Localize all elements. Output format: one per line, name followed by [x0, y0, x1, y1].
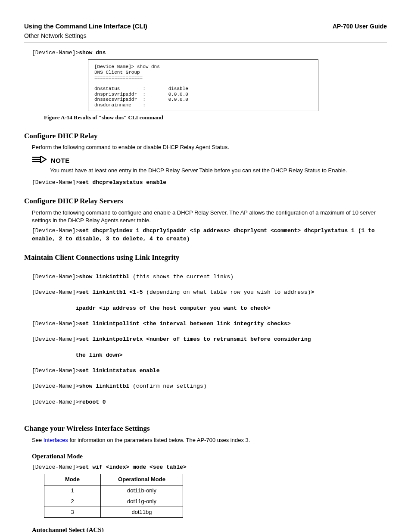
page-header-subtitle: Other Network Settings — [24, 32, 387, 40]
svg-marker-3 — [40, 156, 46, 163]
figure-caption: Figure A-14 Results of "show dns" CLI co… — [44, 114, 387, 121]
cmd-set-wif-mode: [Device-Name]>set wif <index> mode <see … — [32, 464, 387, 471]
note-arrow-icon — [32, 156, 47, 165]
link-interfaces[interactable]: Interfaces — [44, 437, 68, 443]
table-header-row: Mode Operational Mode — [44, 474, 183, 485]
table-row: 1 dot11b-only — [44, 485, 183, 496]
table-row: 2 dot11g-only — [44, 496, 183, 507]
figure-box-show-dns: [Device Name]> show dns DNS Client Group… — [88, 59, 318, 111]
section-configure-dhcp-relay-servers: Configure DHCP Relay Servers — [24, 196, 387, 206]
cmd-dhcprelaystatus: [Device-Name]>set dhcprelaystatus enable — [32, 179, 387, 187]
cmd-show-dns: [Device-Name]>show dns — [32, 49, 387, 57]
body-text: See Interfaces for information on the pa… — [32, 436, 387, 444]
cmd-dhcprlyindex: [Device-Name]>set dhcprlyindex 1 dhcprly… — [32, 227, 387, 243]
col-mode: Mode — [44, 474, 101, 485]
sub-acs: Autochannel Select (ACS) — [32, 526, 387, 532]
note-label: NOTE — [51, 156, 70, 165]
body-text: Perform the following command to configu… — [32, 209, 387, 224]
header-divider — [24, 43, 387, 43]
note-text: You must have at least one entry in the … — [50, 167, 387, 174]
cmd-block-link-integrity: [Device-Name]>show linkinttbl (this show… — [32, 265, 387, 414]
section-wireless-interface: Change your Wireless Interface Settings — [24, 423, 387, 434]
sub-operational-mode: Operational Mode — [32, 452, 387, 461]
page-header-title: Using the Command Line Interface (CLI) — [24, 22, 147, 31]
mode-table: Mode Operational Mode 1 dot11b-only 2 do… — [44, 474, 183, 518]
body-text: Perform the following command to enable … — [32, 143, 387, 151]
col-operational-mode: Operational Mode — [101, 474, 183, 485]
section-link-integrity: Maintain Client Connections using Link I… — [24, 252, 387, 263]
table-row: 3 dot11bg — [44, 507, 183, 517]
page-header-guide: AP-700 User Guide — [333, 22, 387, 31]
section-configure-dhcp-relay: Configure DHCP Relay — [24, 131, 387, 141]
